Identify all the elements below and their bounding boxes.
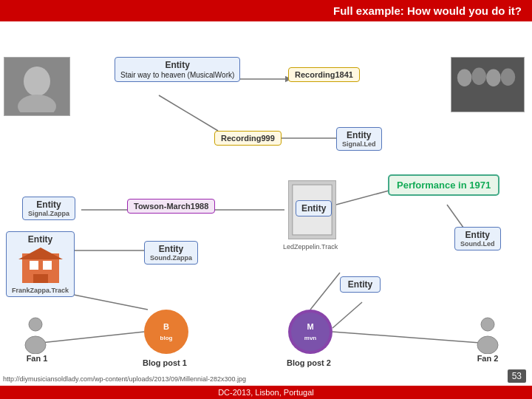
recording999-label: Recording999 (221, 134, 275, 143)
svg-point-29 (29, 318, 42, 331)
towson-label: Towson-March1988 (134, 202, 208, 211)
svg-point-31 (481, 318, 494, 331)
footer-conference: DC-2013, Lisbon, Portugal (218, 388, 314, 397)
fan1-label: Fan 1 (15, 354, 59, 363)
towson-box: Towson-March1988 (127, 199, 215, 214)
svg-point-36 (291, 313, 330, 351)
svg-point-19 (486, 69, 501, 86)
entity-blog: Entity (340, 276, 381, 293)
svg-line-11 (332, 332, 480, 343)
svg-line-1 (159, 95, 218, 131)
svg-point-20 (501, 68, 516, 86)
entity-signal-zappa-label: Entity (36, 200, 61, 210)
entity-signal-zappa-sublabel: Signal.Zappa (28, 210, 69, 217)
url-bar: http://diymusiciansoldlady.com/wp-conten… (3, 375, 246, 383)
svg-point-14 (24, 66, 50, 96)
ledzeppelin-photo (451, 57, 525, 112)
entity-top-left-label: Entity (28, 234, 52, 245)
recording1841-label: Recording1841 (295, 70, 353, 79)
svg-text:B: B (163, 322, 169, 331)
entity-signal-zappa: Entity Signal.Zappa (22, 197, 75, 220)
entity-stairway-label: Entity (165, 60, 189, 70)
header-title: Full example: How would you do it? (333, 4, 522, 17)
svg-line-10 (41, 332, 144, 343)
entity-sound-led-sublabel: Sound.Led (460, 240, 495, 248)
ledzeppelin-track-label: LedZeppelin.Track (283, 243, 338, 250)
performance-1971-label: Performance in 1971 (397, 180, 491, 191)
svg-text:mvn: mvn (304, 335, 316, 341)
blog-post-1-circle: B blog (144, 310, 188, 354)
entity-stairway: Entity Stair way to heaven (MusicalWork) (115, 57, 240, 82)
svg-line-12 (332, 302, 362, 328)
entity-signal-led-label: Entity (347, 130, 371, 140)
entity-sound-led-label: Entity (466, 230, 490, 240)
svg-point-32 (477, 336, 498, 354)
recording999-box: Recording999 (214, 131, 282, 146)
entity-center-label: Entity (301, 203, 326, 214)
entity-top-left: Entity FrankZappa.Track (6, 231, 75, 297)
entity-sound-zappa-label: Entity (159, 244, 183, 254)
svg-point-17 (457, 69, 472, 86)
entity-sound-zappa-sublabel: Sound.Zappa (150, 254, 192, 262)
entity-signal-led: Entity Signal.Led (336, 127, 382, 151)
svg-point-30 (25, 336, 46, 354)
svg-rect-25 (30, 261, 38, 270)
footer: DC-2013, Lisbon, Portugal (0, 386, 532, 399)
svg-rect-26 (43, 261, 52, 270)
svg-text:M: M (307, 322, 313, 331)
fan2-icon (473, 317, 502, 359)
svg-rect-27 (33, 274, 48, 283)
slide-number: 53 (508, 369, 526, 383)
entity-sound-led: Entity Sound.Led (454, 227, 501, 250)
fan1-icon (21, 317, 50, 359)
entity-blog-label: Entity (348, 279, 372, 290)
zappa-photo (4, 57, 70, 116)
blog-post-2-circle: M mvn (288, 310, 332, 354)
svg-text:blog: blog (160, 335, 172, 341)
svg-point-18 (471, 67, 486, 85)
main-content: TRACK Entity Stair way to heaven (Musica… (0, 21, 532, 383)
entity-top-left-sublabel: FrankZappa.Track (12, 287, 69, 294)
svg-point-33 (147, 313, 185, 351)
blog-post-2-label: Blog post 2 (279, 358, 338, 367)
entity-signal-led-sublabel: Signal.Led (342, 140, 376, 148)
svg-line-9 (310, 273, 340, 310)
recording1841-box: Recording1841 (288, 67, 360, 82)
entity-sound-zappa: Entity Sound.Zappa (144, 241, 198, 265)
entity-stairway-sublabel: Stair way to heaven (MusicalWork) (120, 71, 234, 79)
page-header: Full example: How would you do it? (0, 0, 532, 21)
fan2-label: Fan 2 (466, 354, 510, 363)
entity-center: Entity (296, 200, 332, 216)
svg-line-6 (336, 190, 392, 205)
blog-post-1-label: Blog post 1 (135, 358, 194, 367)
performance-1971-box: Performance in 1971 (388, 174, 499, 196)
svg-line-8 (66, 293, 148, 310)
